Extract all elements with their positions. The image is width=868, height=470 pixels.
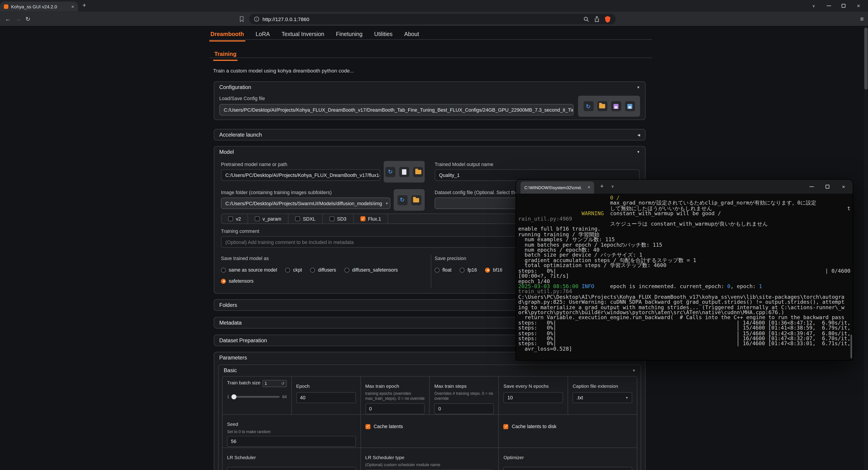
terminal-line: 2025-03-03 08:56:00 INFO epoch is increm…: [518, 283, 850, 289]
lr-scheduler-dropdown[interactable]: constant ▼: [227, 467, 356, 470]
cache-latents-to-disk-checkbox[interactable]: Cache latents to disk: [503, 424, 632, 429]
optimizer-cell: Optimizer Adafactor ▼: [499, 448, 637, 470]
terminal-tab-dropdown-icon[interactable]: ∨: [611, 185, 614, 189]
refresh-button[interactable]: ↻: [397, 195, 407, 205]
back-button[interactable]: ←: [5, 15, 11, 23]
seed-input[interactable]: 56: [227, 436, 356, 447]
radio-bf16[interactable]: bf16: [485, 267, 502, 272]
page-scrollbar[interactable]: [864, 27, 868, 470]
scrollbar-thumb[interactable]: [864, 28, 868, 90]
address-url-field[interactable]: i http://127.0.0.1:7860: [249, 14, 616, 24]
train-batch-size-number-input[interactable]: 1 ↺: [262, 380, 287, 387]
parameters-panel: Parameters ▼ Basic ▼ Train batch size 1: [214, 352, 646, 470]
checkbox-sd3[interactable]: SD3: [323, 214, 354, 224]
window-minimize-button[interactable]: [821, 0, 836, 11]
basic-header[interactable]: Basic ▼: [219, 365, 641, 375]
configuration-panel: Configuration ▼ Load/Save Config file C:…: [214, 81, 646, 120]
train-batch-size-slider[interactable]: [232, 396, 280, 398]
new-tab-button[interactable]: +: [83, 2, 86, 8]
image-folder-dropdown[interactable]: C:/Users/PC/Desktop/AI/Projects/SwarmUI/…: [221, 198, 390, 209]
checkbox-v2[interactable]: v2: [221, 214, 248, 224]
pretrained-model-input[interactable]: C:/Users/PC/Desktop/AI/Projects/Kohya_FL…: [221, 169, 380, 181]
output-name-input[interactable]: Quality_1: [435, 169, 640, 181]
terminal-new-tab-button[interactable]: +: [600, 183, 603, 189]
radio-diffusers[interactable]: diffusers: [310, 267, 336, 272]
config-file-label: Load/Save Config file: [219, 96, 574, 101]
terminal-title-bar[interactable]: C:\WINDOWS\system32\cmd. × + ∨ ×: [516, 180, 853, 194]
window-close-button[interactable]: ×: [851, 0, 866, 11]
brave-shields-icon[interactable]: [604, 16, 611, 23]
radio-fp16[interactable]: fp16: [460, 267, 477, 272]
browser-menu-icon[interactable]: ≡: [860, 16, 864, 22]
collapse-arrow-icon[interactable]: ◀: [638, 133, 640, 137]
forward-button[interactable]: →: [16, 15, 21, 23]
panel-title: Accelerate launch: [219, 132, 262, 138]
accelerate-launch-header[interactable]: Accelerate launch ◀: [214, 129, 645, 140]
share-icon[interactable]: [594, 16, 599, 22]
terminal-minimize-button[interactable]: [803, 180, 819, 194]
max-train-steps-label: Max train steps: [434, 383, 467, 389]
radio-float[interactable]: float: [435, 267, 452, 272]
checkbox-icon: [329, 216, 334, 221]
terminal-close-button[interactable]: ×: [836, 180, 852, 194]
radio-ckpt[interactable]: ckpt: [285, 267, 302, 272]
save-button[interactable]: [611, 101, 621, 111]
terminal-tab[interactable]: C:\WINDOWS\system32\cmd. ×: [520, 181, 594, 194]
radio-safetensors[interactable]: safetensors: [221, 278, 253, 283]
seed-value: 56: [231, 439, 236, 444]
terminal-window-controls: ×: [803, 180, 851, 194]
checkbox-v-param[interactable]: v_param: [248, 214, 288, 224]
open-folder-icon: [415, 169, 421, 174]
terminal-scrollbar-thumb[interactable]: [850, 335, 852, 358]
terminal-tab-close-icon[interactable]: ×: [588, 185, 590, 190]
open-folder-button[interactable]: [411, 195, 421, 205]
reload-button[interactable]: ↻: [25, 15, 30, 23]
panel-title: Folders: [219, 302, 237, 308]
optimizer-dropdown[interactable]: Adafactor ▼: [503, 467, 632, 470]
open-folder-button[interactable]: [597, 101, 607, 111]
caption-extension-dropdown[interactable]: .txt ▼: [572, 392, 632, 403]
lr-scheduler-label: LR Scheduler: [227, 455, 256, 460]
config-file-dropdown[interactable]: C:/Users/PC/Desktop/AI/Projects/Kohya_FL…: [219, 104, 574, 115]
configuration-header[interactable]: Configuration ▼: [214, 82, 645, 92]
pretrained-model-label: Pretrained model name or path: [221, 162, 287, 167]
max-train-epoch-input[interactable]: 0: [365, 403, 425, 414]
terminal-window[interactable]: C:\WINDOWS\system32\cmd. × + ∨ × 0 / max…: [516, 180, 853, 360]
terminal-line: running training / 学習開始: [518, 232, 850, 237]
refresh-button[interactable]: ↻: [385, 167, 395, 177]
max-train-steps-input[interactable]: 0: [434, 403, 494, 414]
checkbox-sdxl[interactable]: SDXL: [288, 214, 323, 224]
site-info-icon[interactable]: i: [254, 16, 259, 22]
collapse-arrow-icon[interactable]: ▼: [632, 368, 636, 372]
epoch-input[interactable]: 40: [296, 392, 356, 403]
collapse-arrow-icon[interactable]: ▼: [637, 150, 640, 154]
terminal-maximize-button[interactable]: [819, 180, 836, 194]
open-folder-button[interactable]: [413, 167, 423, 177]
save-every-n-epochs-input[interactable]: 10: [503, 392, 563, 403]
max-train-steps-help: Overrides # training steps. 0 = no overr…: [434, 391, 494, 401]
tab-close-icon[interactable]: ×: [71, 4, 74, 9]
cache-latents-checkbox[interactable]: Cache latents: [365, 424, 494, 429]
reset-icon[interactable]: ↺: [281, 382, 284, 385]
radio-same-as-source-model[interactable]: same as source model: [221, 267, 277, 272]
tab-training[interactable]: Training: [213, 51, 238, 61]
collapse-arrow-icon[interactable]: ▼: [637, 85, 640, 89]
document-button[interactable]: [399, 167, 409, 177]
slider-handle[interactable]: [231, 394, 237, 399]
tab-search-chevron-icon[interactable]: ∨: [806, 0, 821, 11]
refresh-button[interactable]: ↻: [583, 101, 593, 111]
window-maximize-button[interactable]: [836, 0, 851, 11]
group-divider: [431, 255, 431, 288]
checkbox-flux-1[interactable]: Flux.1: [353, 214, 388, 224]
save-as-button[interactable]: [625, 101, 635, 111]
epoch-label: Epoch: [296, 383, 310, 389]
max-train-steps-value: 0: [438, 406, 441, 411]
bookmark-icon[interactable]: [239, 16, 244, 22]
radio-diffusers-safetensors[interactable]: diffusers_safetensors: [344, 267, 398, 272]
minimize-icon: [809, 187, 814, 187]
browser-tab[interactable]: Kohya_ss GUI v24.2.0 ×: [0, 2, 78, 11]
zoom-icon[interactable]: [584, 16, 589, 22]
model-header[interactable]: Model ▼: [214, 146, 645, 157]
epoch-value: 40: [300, 395, 305, 400]
chevron-down-icon: ▼: [382, 202, 389, 205]
